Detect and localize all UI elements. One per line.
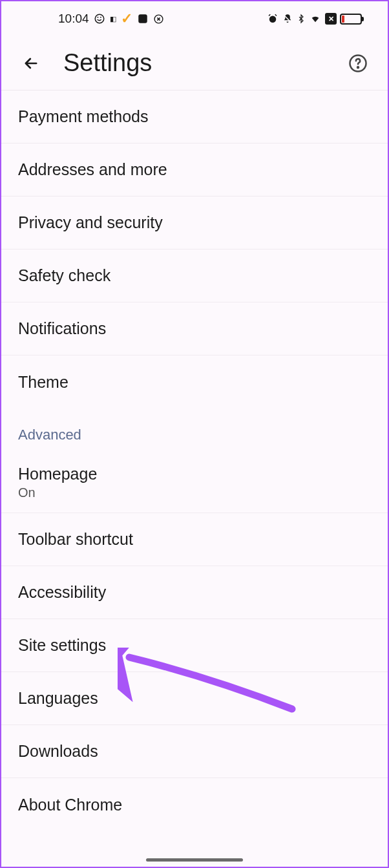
safety-check-item[interactable]: Safety check bbox=[1, 249, 388, 302]
languages-item[interactable]: Languages bbox=[1, 672, 388, 725]
help-button[interactable] bbox=[342, 48, 373, 79]
site-settings-item[interactable]: Site settings bbox=[1, 619, 388, 672]
page-title: Settings bbox=[63, 49, 342, 77]
svg-point-0 bbox=[95, 14, 104, 23]
privacy-security-item[interactable]: Privacy and security bbox=[1, 196, 388, 249]
item-label: About Chrome bbox=[18, 796, 371, 814]
svg-rect-1 bbox=[138, 14, 147, 23]
advanced-section-header: Advanced bbox=[1, 408, 388, 452]
item-label: Homepage bbox=[18, 465, 371, 483]
about-chrome-item[interactable]: About Chrome bbox=[1, 778, 388, 831]
item-label: Toolbar shortcut bbox=[18, 530, 371, 549]
item-label: Theme bbox=[18, 373, 371, 392]
whatsapp-icon bbox=[94, 13, 105, 25]
addresses-item[interactable]: Addresses and more bbox=[1, 143, 388, 196]
toolbar-shortcut-item[interactable]: Toolbar shortcut bbox=[1, 513, 388, 566]
svg-point-5 bbox=[357, 67, 359, 68]
app-header: Settings bbox=[1, 36, 388, 90]
home-indicator[interactable] bbox=[146, 858, 243, 862]
item-label: Addresses and more bbox=[18, 160, 371, 179]
item-label: Site settings bbox=[18, 636, 371, 655]
arrow-left-icon bbox=[22, 54, 40, 72]
note-icon bbox=[137, 13, 149, 25]
homepage-item[interactable]: Homepage On bbox=[1, 452, 388, 513]
item-label: Privacy and security bbox=[18, 213, 371, 232]
wifi-icon bbox=[309, 14, 322, 24]
status-bar: 10:04 ◧ ✓ ✕ bbox=[1, 1, 388, 36]
status-left: 10:04 ◧ ✓ bbox=[58, 10, 164, 27]
item-sublabel: On bbox=[18, 485, 371, 500]
theme-item[interactable]: Theme bbox=[1, 355, 388, 408]
item-label: Notifications bbox=[18, 319, 371, 338]
item-label: Accessibility bbox=[18, 583, 371, 602]
help-icon bbox=[348, 54, 368, 73]
alarm-icon bbox=[267, 13, 279, 25]
calendar-dot-icon: ◧ bbox=[110, 15, 116, 23]
battery-low-icon bbox=[340, 14, 362, 25]
item-label: Payment methods bbox=[18, 107, 371, 126]
status-time: 10:04 bbox=[58, 12, 89, 26]
bluetooth-icon bbox=[297, 13, 306, 25]
no-signal-icon: ✕ bbox=[325, 13, 337, 25]
item-label: Safety check bbox=[18, 266, 371, 285]
checkmark-icon: ✓ bbox=[121, 10, 132, 27]
status-right: ✕ bbox=[267, 13, 362, 25]
back-button[interactable] bbox=[16, 48, 47, 79]
clock-circle-icon bbox=[153, 14, 164, 25]
downloads-item[interactable]: Downloads bbox=[1, 725, 388, 778]
payment-methods-item[interactable]: Payment methods bbox=[1, 90, 388, 143]
item-label: Languages bbox=[18, 689, 371, 708]
svg-point-3 bbox=[269, 16, 277, 23]
accessibility-item[interactable]: Accessibility bbox=[1, 566, 388, 619]
bell-muted-icon bbox=[282, 13, 293, 25]
settings-list: Payment methods Addresses and more Priva… bbox=[1, 90, 388, 831]
notifications-item[interactable]: Notifications bbox=[1, 302, 388, 355]
item-label: Downloads bbox=[18, 742, 371, 761]
